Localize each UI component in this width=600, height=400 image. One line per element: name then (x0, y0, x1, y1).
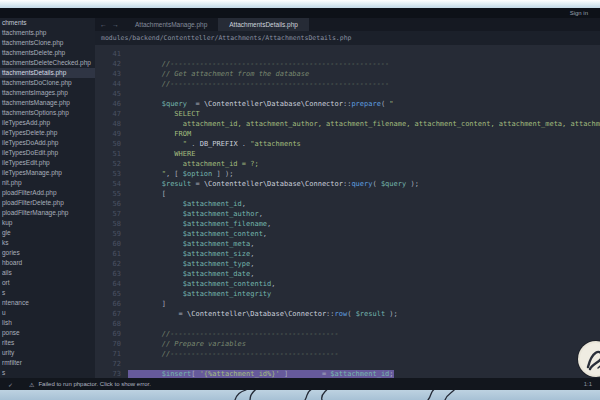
sidebar-file-item[interactable]: ileTypesManage.php (0, 168, 95, 178)
code-text: " . DB_PREFIX . "attachments (128, 140, 301, 148)
line-number: 54 (95, 179, 121, 189)
desktop-wallpaper-bottom (0, 390, 600, 400)
sidebar-file-item[interactable]: nit.php (0, 178, 95, 188)
breadcrumb-bar: modules/backend/Contentteller/Attachment… (95, 31, 600, 45)
diagnostics-check-icon[interactable]: ✓ (8, 381, 13, 388)
sidebar-file-item[interactable]: ileTypesEdit.php (0, 158, 95, 168)
sidebar-file-item[interactable]: ks (0, 238, 95, 248)
sidebar-file-item[interactable]: ttachmentsClone.php (0, 38, 95, 48)
editor-tab[interactable]: AttachmentsManage.php (124, 18, 218, 31)
sidebar-file-item[interactable]: gle (0, 228, 95, 238)
code-line[interactable]: 42 //-----------------------------------… (95, 59, 600, 69)
line-number: 53 (95, 169, 121, 179)
sidebar-file-item[interactable]: ploadFilterDelete.php (0, 198, 95, 208)
code-line[interactable]: 56 $attachment_id, (95, 199, 600, 209)
code-editor[interactable]: 4142 //---------------------------------… (95, 45, 600, 378)
code-line[interactable]: 49 FROM (95, 129, 600, 139)
sidebar-file-item[interactable]: ttachmentsDeleteChecked.php (0, 58, 95, 68)
sidebar-file-item[interactable]: rmfilter (0, 358, 95, 368)
cursor-position[interactable]: 1:1 (584, 381, 592, 387)
code-line[interactable]: 58 $attachment_filename, (95, 219, 600, 229)
code-line[interactable]: 62 $attachment_type, (95, 259, 600, 269)
code-line[interactable]: 57 $attachment_author, (95, 209, 600, 219)
sidebar-file-item[interactable]: lish (0, 318, 95, 328)
title-bar: Sign in (0, 8, 600, 18)
code-line[interactable]: 61 $attachment_size, (95, 249, 600, 259)
sidebar-file-item[interactable]: ttachments.php (0, 28, 95, 38)
sidebar-file-item[interactable]: ttachmentsDetails.php (0, 68, 95, 78)
code-line[interactable]: 69 //-----------------------------------… (95, 329, 600, 339)
code-line[interactable]: 65 $attachment_integrity (95, 289, 600, 299)
sidebar-file-item[interactable]: u (0, 308, 95, 318)
code-line[interactable]: 47 SELECT (95, 109, 600, 119)
sidebar-file-item[interactable]: ileTypesDoAdd.php (0, 138, 95, 148)
code-line[interactable]: 44 //-----------------------------------… (95, 79, 600, 89)
code-line[interactable]: 48 attachment_id, attachment_author, att… (95, 119, 600, 129)
sidebar-file-item[interactable]: s (0, 368, 95, 378)
sidebar-file-item[interactable]: ttachmentsOptions.php (0, 108, 95, 118)
code-line[interactable]: 64 $attachment_contentid, (95, 279, 600, 289)
sidebar-file-item[interactable]: rites (0, 338, 95, 348)
code-line[interactable]: 59 $attachment_content, (95, 229, 600, 239)
sidebar-file-item[interactable]: ileTypesDoEdit.php (0, 148, 95, 158)
line-number: 60 (95, 239, 121, 249)
sidebar-file-item[interactable]: hboard (0, 258, 95, 268)
nav-forward-icon[interactable]: → (112, 21, 119, 28)
sidebar-file-item[interactable]: ails (0, 268, 95, 278)
line-number: 44 (95, 79, 121, 89)
sidebar-file-item[interactable]: chments (0, 18, 95, 28)
code-text: $attachment_id, (128, 200, 246, 208)
sidebar-file-item[interactable]: ort (0, 278, 95, 288)
code-text: ] (128, 300, 166, 308)
code-text: SELECT (128, 110, 200, 118)
sign-in-button[interactable]: Sign in (570, 10, 588, 16)
sidebar-file-item[interactable]: ttachmentsDoClone.php (0, 78, 95, 88)
code-line[interactable]: 71 //-----------------------------------… (95, 349, 600, 359)
code-line[interactable]: 68 (95, 319, 600, 329)
editor-tab[interactable]: AttachmentsDetails.php (218, 18, 309, 31)
code-line[interactable]: 43 // Get attachment from the database (95, 69, 600, 79)
code-line[interactable]: 72 (95, 359, 600, 369)
code-text: //--------------------------------------… (128, 330, 339, 338)
code-line[interactable]: 67 = \Contentteller\Database\Connector::… (95, 309, 600, 319)
code-text: $attachment_author, (128, 210, 263, 218)
code-line[interactable]: 50 " . DB_PREFIX . "attachments (95, 139, 600, 149)
sidebar-file-item[interactable]: gories (0, 248, 95, 258)
code-line[interactable]: 45 (95, 89, 600, 99)
sidebar-file-item[interactable]: ploadFilterAdd.php (0, 188, 95, 198)
code-line[interactable]: 66 ] (95, 299, 600, 309)
code-line[interactable]: 60 $attachment_meta, (95, 239, 600, 249)
code-line[interactable]: 52 attachment_id = ?; (95, 159, 600, 169)
warning-icon: ⚠ (29, 381, 34, 388)
sidebar-file-item[interactable]: ntenance (0, 298, 95, 308)
code-line[interactable]: 46 $query = \Contentteller\Database\Conn… (95, 99, 600, 109)
sidebar-file-item[interactable]: ttachmentsManage.php (0, 98, 95, 108)
sidebar-file-item[interactable]: ploadFilterManage.php (0, 208, 95, 218)
code-line[interactable]: 54 $result = \Contentteller\Database\Con… (95, 179, 600, 189)
wallpaper-plant-illustration (0, 390, 600, 400)
breadcrumb[interactable]: modules/backend/Contentteller/Attachment… (101, 34, 351, 42)
code-text: //--------------------------------------… (128, 350, 339, 358)
sidebar-file-item[interactable]: ttachmentsDelete.php (0, 48, 95, 58)
sidebar-file-item[interactable]: urity (0, 348, 95, 358)
code-line[interactable]: 41 (95, 49, 600, 59)
code-line[interactable]: 51 WHERE (95, 149, 600, 159)
sidebar-file-item[interactable]: ponse (0, 328, 95, 338)
sidebar-file-item[interactable]: s (0, 288, 95, 298)
sidebar-file-item[interactable]: kup (0, 218, 95, 228)
line-number: 46 (95, 99, 121, 109)
line-number: 72 (95, 359, 121, 369)
line-number: 63 (95, 269, 121, 279)
code-line[interactable]: 73 $insert[ '{%attachment_id%}' ] = $att… (95, 369, 600, 378)
line-number: 69 (95, 329, 121, 339)
code-line[interactable]: 53 ", [ $option ] ); (95, 169, 600, 179)
sidebar-file-item[interactable]: ileTypesAdd.php (0, 118, 95, 128)
code-line[interactable]: 55 [ (95, 189, 600, 199)
status-message[interactable]: Failed to run phpactor. Click to show er… (38, 381, 150, 387)
nav-back-icon[interactable]: ← (100, 21, 107, 28)
code-line[interactable]: 63 $attachment_date, (95, 269, 600, 279)
sidebar-file-item[interactable]: ttachmentsImages.php (0, 88, 95, 98)
tab-nav-buttons: ← → (95, 18, 124, 31)
sidebar-file-item[interactable]: ileTypesDelete.php (0, 128, 95, 138)
code-line[interactable]: 70 // Prepare variables (95, 339, 600, 349)
